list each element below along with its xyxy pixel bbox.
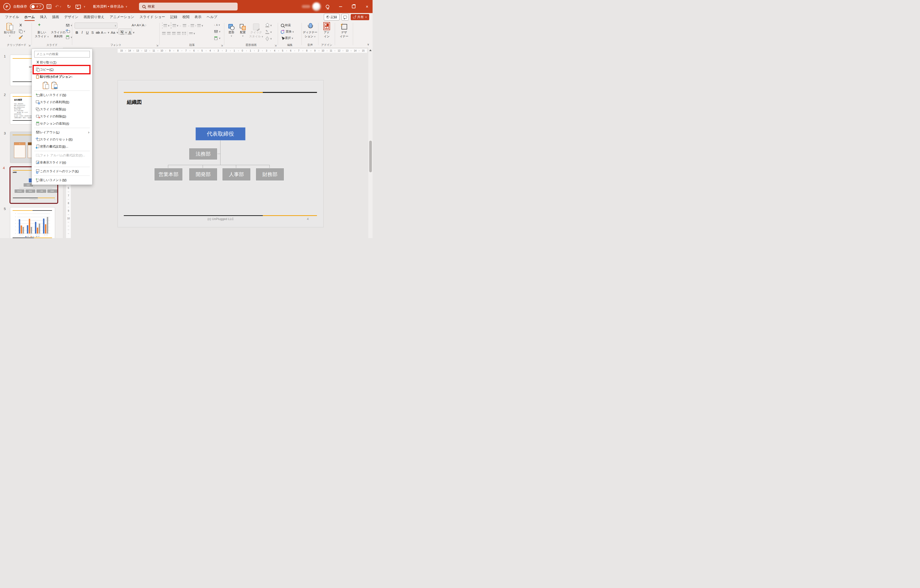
- menu-item-背景の書式設定[interactable]: 背景の書式設定(B)...: [32, 143, 92, 150]
- paste-picture-icon[interactable]: [51, 82, 57, 89]
- tab-校閲[interactable]: 校閲: [180, 13, 192, 21]
- tab-画面切り替え[interactable]: 画面切り替え: [81, 13, 107, 21]
- dialog-launcher-icon[interactable]: ⇲: [221, 44, 223, 47]
- tab-アニメーション[interactable]: アニメーション: [107, 13, 137, 21]
- change-case-button[interactable]: Aa: [110, 30, 116, 35]
- menu-item-セクションの追加[interactable]: セクションの追加(A): [32, 120, 92, 127]
- slide-canvas[interactable]: 組織図 代表取締役 法務部 営業本部 開発部 人事部 財務部 (c) UnPlu…: [118, 80, 324, 227]
- tab-ファイル[interactable]: ファイル: [2, 13, 22, 21]
- dialog-launcher-icon[interactable]: ⇲: [275, 44, 277, 47]
- slide-layout-button[interactable]: ∨: [66, 23, 72, 28]
- slide-title[interactable]: 組織図: [127, 99, 142, 105]
- numbering-button[interactable]: 1 2 3∨: [171, 23, 178, 28]
- avatar[interactable]: [312, 0, 321, 13]
- collapse-ribbon-chevron-icon[interactable]: ∨: [367, 43, 369, 46]
- close-button[interactable]: ×: [366, 0, 368, 13]
- reset-slide-button[interactable]: [66, 29, 72, 34]
- align-left-button[interactable]: [162, 32, 165, 35]
- quick-styles-button[interactable]: クイック スタイル ∨: [249, 22, 263, 38]
- scrollbar-thumb[interactable]: [369, 141, 372, 172]
- record-button[interactable]: 記録: [324, 14, 340, 20]
- minimize-button[interactable]: [339, 0, 342, 13]
- shadow-button[interactable]: S: [90, 30, 95, 35]
- redo-button[interactable]: ↻: [67, 0, 71, 13]
- menu-item-新しいスライド[interactable]: 新しいスライド(N): [32, 91, 92, 99]
- tab-挿入[interactable]: 挿入: [37, 13, 50, 21]
- org-root-box[interactable]: 代表取締役: [196, 127, 245, 140]
- font-name-select[interactable]: ∨: [75, 23, 117, 29]
- autosave-toggle[interactable]: オフ: [30, 0, 44, 13]
- paste-button[interactable]: 貼り付け ∨: [3, 22, 16, 37]
- cut-button[interactable]: [19, 23, 25, 28]
- menu-item-コピー[interactable]: コピー(C): [32, 66, 92, 73]
- menu-item-非表示スライド[interactable]: 非表示スライド(H): [32, 159, 92, 166]
- add-remove-columns-button[interactable]: ∨: [189, 31, 195, 36]
- text-direction-button[interactable]: ↓A∨: [214, 22, 220, 28]
- tab-スライド ショー[interactable]: スライド ショー: [137, 13, 168, 21]
- strikethrough-button[interactable]: ab: [96, 30, 100, 35]
- shape-outline-button[interactable]: ∨: [265, 29, 272, 34]
- align-center-button[interactable]: [167, 32, 171, 35]
- decrease-font-button[interactable]: A˅: [137, 23, 141, 28]
- align-right-button[interactable]: [172, 32, 176, 35]
- add-section-button[interactable]: ∨: [66, 35, 72, 40]
- reuse-slides-button[interactable]: スライドの 再利用: [51, 22, 66, 38]
- org-dept-box[interactable]: 人事部: [222, 168, 251, 181]
- line-spacing-button[interactable]: ↕∨: [195, 23, 203, 28]
- menu-item-スライドのリセット[interactable]: スライドのリセット(R): [32, 136, 92, 143]
- bullets-button[interactable]: • • •∨: [162, 23, 170, 28]
- dialog-launcher-icon[interactable]: ⇲: [156, 44, 158, 47]
- comments-button[interactable]: [342, 14, 349, 20]
- tab-表示[interactable]: 表示: [192, 13, 204, 21]
- find-button[interactable]: 検索: [281, 23, 294, 28]
- undo-button[interactable]: ↶∨: [55, 0, 61, 13]
- org-dept-box[interactable]: 財務部: [256, 168, 284, 181]
- tab-デザイン[interactable]: デザイン: [62, 13, 81, 21]
- arrange-button[interactable]: 配置∨: [238, 22, 248, 37]
- highlight-color-button[interactable]: ✎: [120, 30, 125, 35]
- columns-button[interactable]: [182, 31, 186, 36]
- addins-button[interactable]: アド イン: [321, 22, 333, 38]
- vertical-scrollbar[interactable]: [368, 47, 373, 238]
- increase-font-button[interactable]: A˄: [132, 23, 136, 28]
- paste-keep-formatting-icon[interactable]: [43, 82, 49, 89]
- new-slide-button[interactable]: 新しい スライド ∨: [33, 22, 50, 38]
- dialog-launcher-icon[interactable]: ⇲: [29, 44, 31, 47]
- font-color-button[interactable]: A: [128, 30, 132, 35]
- convert-smartart-button[interactable]: ∨: [214, 36, 220, 40]
- tab-ヘルプ[interactable]: ヘルプ: [204, 13, 220, 21]
- italic-button[interactable]: I: [80, 30, 84, 35]
- menu-item-切り取り[interactable]: 切り取り(T): [32, 59, 92, 66]
- dictation-button[interactable]: ディクテー ション ∨: [302, 22, 318, 38]
- indent-button[interactable]: →: [187, 23, 194, 28]
- designer-button[interactable]: デザ イナー: [337, 22, 351, 38]
- restore-button[interactable]: [352, 0, 355, 13]
- ideas-button[interactable]: [326, 0, 329, 13]
- menu-item-新しいコメント[interactable]: 新しいコメント(M): [32, 177, 92, 184]
- align-text-button[interactable]: ∨: [214, 29, 220, 34]
- underline-button[interactable]: U: [85, 30, 89, 35]
- save-button[interactable]: [47, 0, 51, 13]
- tab-描画[interactable]: 描画: [50, 13, 62, 21]
- outdent-button[interactable]: ←: [180, 23, 186, 28]
- menu-item-レイアウト[interactable]: レイアウト(L)›: [32, 129, 92, 136]
- share-button[interactable]: 共有∨: [351, 14, 369, 20]
- powerpoint-logo-icon[interactable]: P: [3, 0, 10, 13]
- shape-effects-button[interactable]: ∨: [265, 36, 272, 41]
- tab-記録[interactable]: 記録: [168, 13, 180, 21]
- justify-button[interactable]: [177, 32, 181, 35]
- select-button[interactable]: 選択∨: [281, 36, 294, 40]
- menu-item-このスライドへのリンク[interactable]: このスライドへのリンク(K): [32, 168, 92, 175]
- toolbar-overflow-chevron-icon[interactable]: ∨: [84, 0, 85, 13]
- org-assistant-box[interactable]: 法務部: [189, 148, 217, 160]
- search-input[interactable]: 検索: [139, 3, 238, 10]
- document-title[interactable]: 配布資料 • 保存済み∨: [93, 0, 127, 13]
- slide-thumbnail-5[interactable]: 0123456カテゴリ1カテゴリ2カテゴリ3カテゴリ4系列1系列2系列3: [10, 207, 55, 238]
- menu-search-input[interactable]: メニューの検索: [34, 51, 90, 57]
- tab-ホーム[interactable]: ホーム: [22, 13, 37, 21]
- org-dept-box[interactable]: 営業本部: [154, 168, 183, 181]
- shapes-button[interactable]: 図形∨: [226, 22, 236, 37]
- shape-fill-button[interactable]: ∨: [265, 23, 272, 28]
- menu-item-スライドの削除[interactable]: スライドの削除(D): [32, 113, 92, 120]
- format-painter-button[interactable]: [19, 35, 25, 40]
